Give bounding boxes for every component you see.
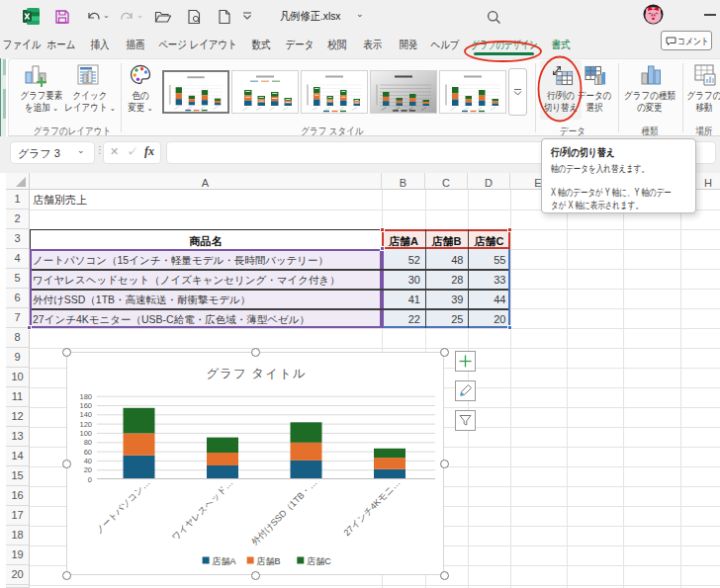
svg-text:ワイヤレスヘッド…: ワイヤレスヘッド…	[170, 477, 235, 543]
svg-text:80: 80	[84, 438, 92, 447]
svg-text:ノートパソコン…: ノートパソコン…	[94, 477, 152, 536]
svg-text:40: 40	[84, 457, 92, 465]
svg-text:100: 100	[79, 429, 92, 438]
svg-text:180: 180	[79, 392, 92, 401]
svg-text:60: 60	[84, 448, 92, 457]
svg-text:店舗B: 店舗B	[257, 556, 281, 566]
svg-text:外付けSSD（1TB・…: 外付けSSD（1TB・…	[249, 477, 318, 546]
svg-text:120: 120	[79, 420, 92, 429]
svg-text:140: 140	[79, 410, 92, 419]
svg-text:グラフ タイトル: グラフ タイトル	[206, 367, 306, 380]
svg-text:店舗C: 店舗C	[307, 556, 331, 566]
svg-text:27インチ4Kモニ…: 27インチ4Kモニ…	[342, 477, 403, 538]
svg-text:20: 20	[84, 465, 92, 474]
svg-text:店舗A: 店舗A	[213, 556, 236, 566]
svg-text:0: 0	[88, 475, 92, 484]
svg-text:160: 160	[79, 401, 92, 410]
